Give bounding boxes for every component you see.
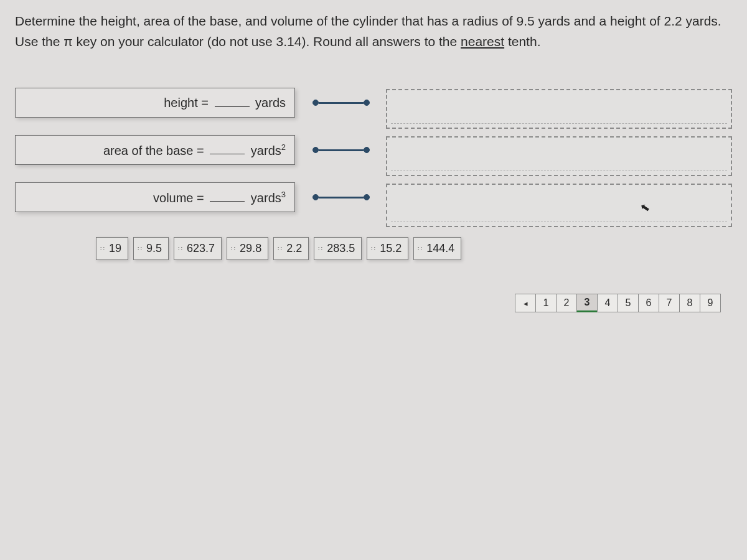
token-label: 283.5 <box>327 242 355 255</box>
connector[interactable] <box>312 147 370 153</box>
answer-box-area: area of the base = yards2 <box>15 135 295 165</box>
pager-label: 4 <box>605 297 611 309</box>
pager-2[interactable]: 2 <box>556 294 577 312</box>
pager-prev[interactable]: ◂ <box>515 294 536 312</box>
pager-8[interactable]: 8 <box>679 294 700 312</box>
drop-target-area[interactable] <box>386 136 732 176</box>
label-sup: 3 <box>281 190 286 199</box>
token-label: 15.2 <box>380 242 402 255</box>
token-144-4[interactable]: ∷144.4 <box>413 237 461 260</box>
connector[interactable] <box>312 194 370 200</box>
work-area: height = yards area of the base = yards2 <box>15 82 732 337</box>
blank <box>210 144 245 154</box>
connector-dot-right <box>364 194 370 200</box>
grip-icon: ∷ <box>418 247 423 251</box>
token-label: 623.7 <box>187 242 215 255</box>
question-underline: nearest <box>461 34 504 49</box>
pager-6[interactable]: 6 <box>638 294 659 312</box>
pager-5[interactable]: 5 <box>618 294 639 312</box>
token-29-8[interactable]: ∷29.8 <box>227 237 268 260</box>
connector-dot-right <box>364 147 370 153</box>
token-283-5[interactable]: ∷283.5 <box>314 237 362 260</box>
pager-label: 7 <box>667 297 672 309</box>
token-19[interactable]: ∷19 <box>96 237 128 260</box>
grip-icon: ∷ <box>318 247 323 251</box>
pager-7[interactable]: 7 <box>659 294 680 312</box>
pager-9[interactable]: 9 <box>700 294 721 312</box>
token-9-5[interactable]: ∷9.5 <box>133 237 169 260</box>
pager-label: 9 <box>708 297 713 309</box>
label-post: yards <box>255 96 286 110</box>
token-15-2[interactable]: ∷15.2 <box>367 237 408 260</box>
pager-1[interactable]: 1 <box>535 294 557 312</box>
pager-3[interactable]: 3 <box>576 294 598 312</box>
connector-dot-left <box>312 147 319 153</box>
cursor-icon: ⬉ <box>639 200 651 216</box>
token-label: 9.5 <box>146 242 162 255</box>
question-tail: tenth. <box>504 34 540 49</box>
token-bank: ∷19 ∷9.5 ∷623.7 ∷29.8 ∷2.2 ∷283.5 ∷15.2 … <box>15 237 732 260</box>
pager-label: 8 <box>687 297 693 309</box>
connector-dot-left <box>312 100 319 106</box>
pager: ◂ 1 2 3 4 5 6 7 8 9 <box>15 294 732 312</box>
pager-label: 6 <box>646 297 652 309</box>
question-text: Determine the height, area of the base, … <box>15 11 732 52</box>
label-post: yards <box>251 143 281 157</box>
label-pre: volume = <box>153 190 204 204</box>
connector-line <box>319 149 364 151</box>
pager-label: 1 <box>543 297 549 309</box>
question-body: Determine the height, area of the base, … <box>15 14 721 49</box>
connector-line <box>319 102 364 104</box>
connector-dot-left <box>312 194 319 200</box>
pager-4[interactable]: 4 <box>597 294 618 312</box>
answer-label: area of the base = yards2 <box>103 142 286 158</box>
pager-label: 2 <box>564 297 570 309</box>
drop-target-volume[interactable]: ⬉ <box>386 184 732 227</box>
drop-target-height[interactable] <box>386 89 732 129</box>
token-2-2[interactable]: ∷2.2 <box>273 237 309 260</box>
chevron-left-icon: ◂ <box>524 299 528 308</box>
answer-label: height = yards <box>164 96 286 110</box>
drop-targets: ⬉ <box>386 86 732 235</box>
connector[interactable] <box>312 100 370 106</box>
label-sup: 2 <box>281 142 286 152</box>
token-label: 2.2 <box>286 242 302 255</box>
grip-icon: ∷ <box>231 247 236 251</box>
token-label: 19 <box>109 242 121 255</box>
grip-icon: ∷ <box>138 247 143 251</box>
answer-box-volume: volume = yards3 <box>15 182 295 212</box>
token-label: 29.8 <box>240 242 261 255</box>
blank <box>215 97 250 107</box>
grip-icon: ∷ <box>178 247 183 251</box>
pager-label: 5 <box>626 297 631 309</box>
grip-icon: ∷ <box>278 247 283 251</box>
label-post: yards <box>251 190 281 204</box>
grip-icon: ∷ <box>371 247 376 251</box>
label-pre: height = <box>164 96 209 110</box>
blank <box>210 192 245 202</box>
answer-label: volume = yards3 <box>153 190 286 205</box>
grip-icon: ∷ <box>100 247 105 251</box>
answer-box-height: height = yards <box>15 88 295 118</box>
label-pre: area of the base = <box>103 143 204 157</box>
connector-dot-right <box>364 100 370 106</box>
connector-line <box>319 197 364 198</box>
pager-label: 3 <box>585 297 590 308</box>
token-623-7[interactable]: ∷623.7 <box>174 237 222 260</box>
token-label: 144.4 <box>426 242 454 255</box>
